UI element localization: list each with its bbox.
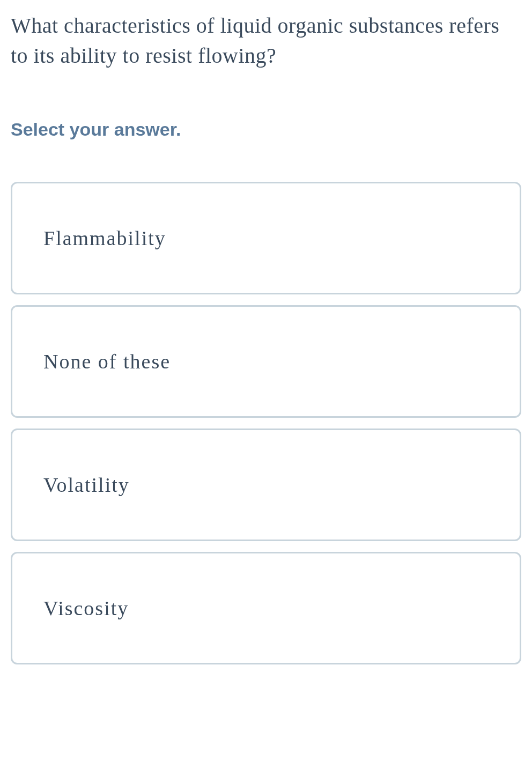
- option-none-of-these[interactable]: None of these: [11, 305, 521, 418]
- option-viscosity[interactable]: Viscosity: [11, 552, 521, 664]
- question-text: What characteristics of liquid organic s…: [11, 11, 521, 71]
- option-label: Volatility: [43, 474, 130, 496]
- option-label: Viscosity: [43, 597, 129, 619]
- instruction-text: Select your answer.: [11, 119, 521, 140]
- option-label: None of these: [43, 350, 171, 373]
- option-volatility[interactable]: Volatility: [11, 428, 521, 541]
- option-flammability[interactable]: Flammability: [11, 182, 521, 294]
- option-label: Flammability: [43, 227, 166, 249]
